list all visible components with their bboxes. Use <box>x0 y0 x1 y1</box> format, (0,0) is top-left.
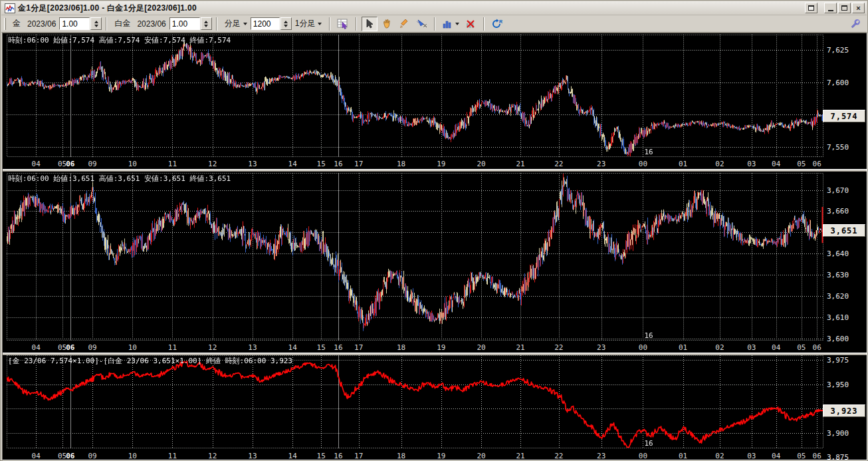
time-tick-label: 20 <box>477 452 485 460</box>
time-tick-label: 05 <box>58 160 66 168</box>
gold-platinum-spread-y-label: 3,975 <box>827 356 849 365</box>
timeframe-dropdown[interactable]: 1分足 <box>295 18 322 29</box>
gold-1min-y-label: 7,550 <box>827 143 849 152</box>
time-tick-label: 01 <box>679 160 687 168</box>
gold-1min-date-label: 16 <box>644 148 653 156</box>
platinum-1min-chart-canvas[interactable] <box>7 173 823 341</box>
time-tick-label: 19 <box>437 452 445 460</box>
time-tick-label: 04 <box>32 343 41 352</box>
gold-platinum-spread-info: [金 23/06 7,574×1.00]-[白金 23/06 3,651×1.0… <box>8 356 292 366</box>
time-tick-label: 06 <box>813 452 821 460</box>
time-tick-label: 04 <box>772 343 780 352</box>
marker-crosshair-icon <box>415 19 427 29</box>
svg-text:R: R <box>499 19 502 24</box>
gold-platinum-spread-date-label: 16 <box>644 439 653 448</box>
time-tick-label: 12 <box>208 343 217 352</box>
time-tick-label: 01 <box>679 343 687 352</box>
toolbar-separator <box>329 17 330 31</box>
app-window: 金1分足[2023/06]1.00 - 白金1分足[2023/06]1.00 ×… <box>0 0 868 461</box>
time-tick-label: 04 <box>32 160 41 168</box>
time-tick-label: 03 <box>747 452 756 460</box>
pencil-icon <box>399 19 409 29</box>
float-window-button[interactable] <box>805 3 817 13</box>
gold-platinum-spread-time-axis: 0405060910111213141516171819202122230001… <box>3 450 867 460</box>
refresh-icon: R <box>491 19 503 29</box>
maximize-button[interactable] <box>838 3 851 13</box>
time-tick-label: 02 <box>715 160 724 168</box>
time-tick-label: 13 <box>248 343 257 352</box>
time-tick-label: 21 <box>516 452 524 460</box>
time-tick-label: 14 <box>288 160 297 168</box>
cursor-tool-button[interactable] <box>362 17 378 31</box>
panel-separator[interactable] <box>3 169 867 172</box>
time-tick-label: 17 <box>354 452 363 460</box>
platinum-1min-y-label: 3,610 <box>827 313 849 322</box>
time-tick-label: 14 <box>288 452 297 460</box>
time-tick-label: 10 <box>128 160 137 168</box>
time-tick-label: 21 <box>516 343 524 352</box>
time-tick-label: 04 <box>772 452 780 460</box>
toolbar-separator <box>483 17 485 31</box>
time-tick-label: 13 <box>248 452 257 460</box>
gold-platinum-spread-y-label: 3,950 <box>827 381 849 389</box>
gold-platinum-spread-last-price: 3,923 <box>823 404 865 417</box>
table-select-tool-button[interactable] <box>335 17 351 31</box>
gold-1min-time-axis: 0405060910111213141516171819202122230001… <box>3 158 867 169</box>
time-tick-label: 11 <box>168 452 177 460</box>
gold-month-value[interactable]: 2023/06 <box>27 19 56 29</box>
time-tick-label: 20 <box>477 160 485 168</box>
time-tick-label: 22 <box>554 343 563 352</box>
time-tick-label: 06 <box>66 343 74 352</box>
platinum-month-value[interactable]: 2023/06 <box>137 19 165 29</box>
time-tick-label: 05 <box>58 452 66 460</box>
time-tick-label: 19 <box>437 343 445 352</box>
time-tick-label: 21 <box>516 160 524 168</box>
close-button[interactable]: × <box>852 3 865 13</box>
toolbar-separator <box>434 17 435 31</box>
marker-tool-button[interactable] <box>413 17 429 31</box>
time-tick-label: 10 <box>128 343 137 352</box>
gold-ratio-input[interactable] <box>59 17 90 30</box>
platinum-1min-info: 時刻:06:00 始値:3,651 高値:3,651 安値:3,651 終値:3… <box>8 174 231 184</box>
chart-type-dropdown-button[interactable] <box>440 17 461 31</box>
time-tick-label: 16 <box>334 343 342 352</box>
time-tick-label: 06 <box>66 452 74 460</box>
platinum-label: 白金 <box>114 18 130 29</box>
gold-ratio-spinner[interactable] <box>90 17 102 30</box>
pencil-tool-button[interactable] <box>396 17 412 31</box>
chevron-down-icon <box>318 23 322 25</box>
table-select-icon <box>337 18 349 30</box>
platinum-ratio-input[interactable] <box>169 17 200 30</box>
titlebar[interactable]: 金1分足[2023/06]1.00 - 白金1分足[2023/06]1.00 × <box>1 1 867 15</box>
toolbar-grip[interactable] <box>4 18 6 30</box>
platinum-1min-y-label: 3,640 <box>827 249 849 258</box>
platinum-1min-y-label: 3,630 <box>827 271 849 279</box>
gold-platinum-spread-chart-canvas[interactable] <box>7 355 823 448</box>
time-tick-label: 20 <box>477 343 485 352</box>
platinum-1min-last-price: 3,651 <box>823 224 865 237</box>
time-tick-label: 18 <box>397 160 405 168</box>
bars-count-spinner[interactable] <box>280 17 292 30</box>
remove-chart-button[interactable] <box>463 17 479 31</box>
bars-dropdown[interactable]: 分足 <box>225 18 247 29</box>
time-tick-label: 06 <box>66 160 74 168</box>
minimize-button[interactable] <box>824 3 837 13</box>
chevron-down-icon <box>243 23 247 25</box>
panel-separator[interactable] <box>3 353 867 355</box>
settings-button[interactable] <box>847 17 863 31</box>
refresh-button[interactable]: R <box>489 17 505 31</box>
time-tick-label: 22 <box>554 452 563 460</box>
time-tick-label: 11 <box>168 160 177 168</box>
bars-count-input[interactable] <box>251 17 280 30</box>
time-tick-label: 00 <box>639 160 647 168</box>
time-tick-label: 02 <box>715 343 724 352</box>
hand-tool-button[interactable] <box>379 17 395 31</box>
platinum-ratio-spinner[interactable] <box>201 17 212 30</box>
gold-1min-last-price: 7,574 <box>823 110 865 122</box>
gold-1min-chart-canvas[interactable] <box>7 35 823 157</box>
time-tick-label: 09 <box>88 452 96 460</box>
time-tick-label: 15 <box>317 343 326 352</box>
time-tick-label: 00 <box>639 343 647 352</box>
time-tick-label: 23 <box>597 160 605 168</box>
time-tick-label: 05 <box>58 343 66 352</box>
